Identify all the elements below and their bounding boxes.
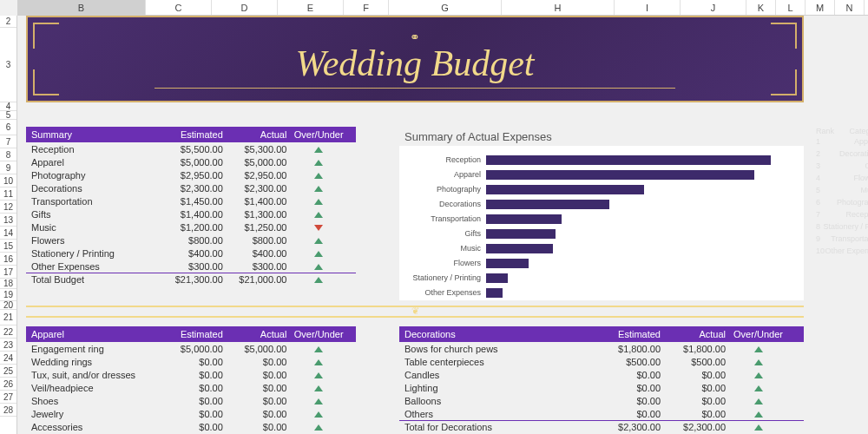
- cell[interactable]: $1,250.00: [223, 222, 287, 233]
- table-row[interactable]: Stationery / Printing$400.00$400.00: [26, 247, 356, 260]
- cell[interactable]: $2,300.00: [159, 183, 223, 194]
- column-letter[interactable]: M: [806, 0, 835, 15]
- cell[interactable]: Jewelry: [31, 409, 159, 419]
- cell[interactable]: [286, 170, 351, 181]
- cell[interactable]: [726, 370, 791, 380]
- row-number[interactable]: 24: [0, 352, 16, 365]
- row-number[interactable]: 7: [0, 135, 16, 148]
- row-number[interactable]: 13: [0, 214, 16, 227]
- cell[interactable]: [286, 383, 351, 393]
- cell[interactable]: $500.00: [661, 357, 726, 367]
- cell[interactable]: $0.00: [159, 409, 223, 419]
- table-row[interactable]: Others$0.00$0.00: [399, 407, 804, 420]
- cell[interactable]: $0.00: [223, 370, 287, 380]
- cell[interactable]: $0.00: [223, 383, 287, 393]
- table-row[interactable]: Wedding rings$0.00$0.00: [26, 355, 356, 368]
- cell[interactable]: Lighting: [404, 383, 595, 393]
- cell[interactable]: [726, 344, 791, 354]
- cell[interactable]: $0.00: [223, 357, 287, 367]
- column-headers[interactable]: BCDEFGHIJKLMN: [17, 0, 868, 16]
- cell[interactable]: $400.00: [223, 248, 287, 259]
- table-row[interactable]: Table centerpieces$500.00$500.00: [399, 355, 804, 368]
- cell[interactable]: [286, 248, 351, 259]
- row-number[interactable]: 22: [0, 326, 16, 339]
- cell[interactable]: [286, 235, 351, 246]
- table-row[interactable]: Decorations$2,300.00$2,300.00: [26, 181, 356, 194]
- cell[interactable]: Other Expenses: [31, 261, 159, 272]
- column-letter[interactable]: N: [835, 0, 865, 15]
- cell[interactable]: Transportation: [31, 196, 159, 207]
- cell[interactable]: Wedding rings: [31, 357, 159, 367]
- cell[interactable]: [726, 396, 791, 406]
- column-letter[interactable]: D: [212, 0, 278, 15]
- table-row[interactable]: Candles$0.00$0.00: [399, 368, 804, 381]
- cell[interactable]: $0.00: [159, 396, 223, 406]
- cell[interactable]: $1,300.00: [223, 209, 287, 220]
- cell[interactable]: [286, 209, 351, 220]
- row-number[interactable]: 21: [0, 310, 16, 326]
- summary-table[interactable]: Summary Estimated Actual Over/Under Rece…: [26, 127, 356, 286]
- row-number[interactable]: 3: [0, 28, 16, 102]
- row-number[interactable]: 9: [0, 161, 16, 174]
- cell[interactable]: $1,400.00: [159, 209, 223, 220]
- cell[interactable]: $400.00: [159, 248, 223, 259]
- cell[interactable]: [286, 196, 351, 207]
- cell[interactable]: $5,000.00: [223, 344, 287, 354]
- cell[interactable]: $1,450.00: [159, 196, 223, 207]
- row-headers[interactable]: 2345678910111213141516171819202122232425…: [0, 16, 17, 434]
- expenses-chart[interactable]: ReceptionApparelPhotographyDecorationsTr…: [399, 146, 804, 300]
- cell[interactable]: $0.00: [159, 370, 223, 380]
- row-number[interactable]: 14: [0, 227, 16, 240]
- table-row[interactable]: Engagement ring$5,000.00$5,000.00: [26, 342, 356, 355]
- cell[interactable]: [286, 144, 351, 155]
- cell[interactable]: Music: [31, 222, 159, 233]
- cell[interactable]: [286, 261, 351, 272]
- cell[interactable]: $0.00: [661, 383, 726, 393]
- cell[interactable]: $2,300.00: [595, 422, 661, 432]
- cell[interactable]: $1,800.00: [661, 344, 726, 354]
- cell[interactable]: [286, 274, 351, 285]
- cell[interactable]: $300.00: [159, 261, 223, 272]
- cell[interactable]: $21,300.00: [159, 274, 223, 285]
- cell[interactable]: [286, 396, 351, 406]
- table-row[interactable]: Accessories$0.00$0.00: [26, 420, 356, 433]
- cell[interactable]: $0.00: [661, 396, 726, 406]
- cell[interactable]: Tux, suit, and/or dresses: [31, 370, 159, 380]
- cell[interactable]: Photography: [31, 170, 159, 181]
- row-number[interactable]: 25: [0, 365, 16, 378]
- table-total-row[interactable]: Total for Decorations $2,300.00 $2,300.0…: [399, 420, 804, 433]
- decorations-table[interactable]: Decorations Estimated Actual Over/Under …: [399, 326, 804, 433]
- row-number[interactable]: 12: [0, 201, 16, 214]
- table-row[interactable]: Reception$5,500.00$5,300.00: [26, 142, 356, 155]
- table-row[interactable]: Flowers$800.00$800.00: [26, 233, 356, 247]
- row-number[interactable]: 18: [0, 279, 16, 289]
- cell[interactable]: [286, 183, 351, 194]
- cell[interactable]: $0.00: [661, 370, 726, 380]
- table-row[interactable]: Apparel$5,000.00$5,000.00: [26, 155, 356, 168]
- row-number[interactable]: 2: [0, 16, 16, 28]
- column-letter[interactable]: I: [615, 0, 681, 15]
- cell[interactable]: $2,950.00: [223, 170, 287, 181]
- cell[interactable]: Reception: [31, 144, 159, 155]
- cell[interactable]: $2,950.00: [159, 170, 223, 181]
- cell[interactable]: Total Budget: [31, 274, 159, 285]
- cell[interactable]: $500.00: [595, 357, 661, 367]
- cell[interactable]: $0.00: [661, 409, 726, 419]
- apparel-table[interactable]: Apparel Estimated Actual Over/Under Enga…: [26, 326, 356, 433]
- cell[interactable]: $1,200.00: [159, 222, 223, 233]
- table-row[interactable]: Bows for church pews$1,800.00$1,800.00: [399, 342, 804, 355]
- cell[interactable]: [726, 357, 791, 367]
- cell[interactable]: Decorations: [31, 183, 159, 194]
- row-number[interactable]: 6: [0, 120, 16, 135]
- cell[interactable]: $1,400.00: [223, 196, 287, 207]
- cell[interactable]: $5,000.00: [159, 157, 223, 168]
- cell[interactable]: $0.00: [595, 396, 661, 406]
- cell[interactable]: [286, 409, 351, 419]
- row-number[interactable]: 27: [0, 391, 16, 404]
- cell[interactable]: $800.00: [223, 235, 287, 246]
- cell[interactable]: $2,300.00: [661, 422, 726, 432]
- column-letter[interactable]: C: [146, 0, 212, 15]
- cell[interactable]: Apparel: [31, 157, 159, 168]
- table-row[interactable]: Veil/headpiece$0.00$0.00: [26, 381, 356, 394]
- cell[interactable]: $0.00: [223, 422, 287, 432]
